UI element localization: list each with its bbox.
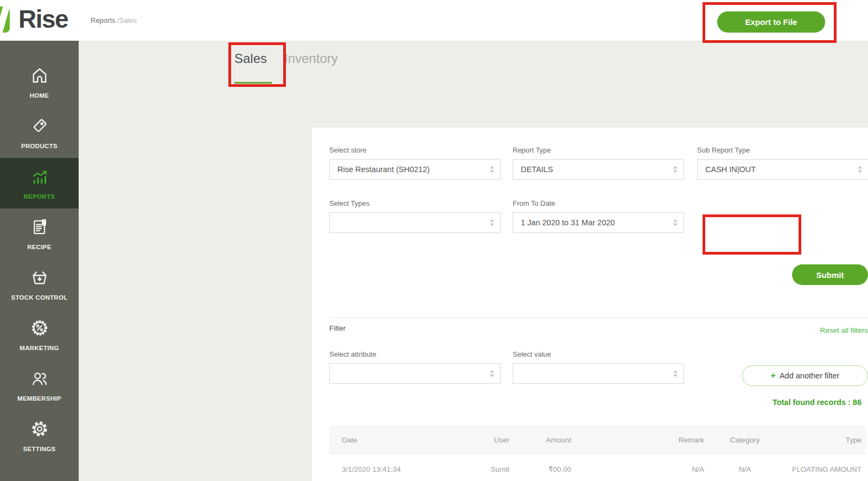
cell-amount: ₹00.00 xyxy=(509,465,571,473)
top-bar: Rise Reports /Sales Export to File xyxy=(0,0,868,41)
main-content: Sales Inventory Select store Rise Restau… xyxy=(79,41,868,481)
select-attribute-dropdown[interactable] xyxy=(329,363,501,384)
sidebar-item-label: PRODUCTS xyxy=(21,143,58,149)
select-types-label: Select Types xyxy=(329,199,501,207)
from-to-date-label: From To Date xyxy=(513,199,684,207)
sidebar-item-label: STOCK CONTROL xyxy=(11,294,68,301)
sidebar-item-label: HOME xyxy=(30,92,49,99)
tag-icon xyxy=(30,116,49,138)
sidebar-item-products[interactable]: PRODUCTS xyxy=(0,107,79,158)
column-header-amount: Amount xyxy=(509,436,571,444)
reset-all-filters-link[interactable]: Reset all filters xyxy=(820,326,868,334)
people-icon xyxy=(30,369,49,390)
select-value-label: Select value xyxy=(513,350,684,358)
section-divider xyxy=(329,318,868,318)
report-type-dropdown[interactable]: DETAILS xyxy=(513,159,684,180)
tab-sales[interactable]: Sales xyxy=(234,51,267,66)
add-another-filter-label: Add another filter xyxy=(780,371,839,380)
sidebar-nav: HOME PRODUCTS REPORTS RECIPE xyxy=(0,41,79,481)
from-to-date-dropdown[interactable]: 1 Jan 2020 to 31 Mar 2020 xyxy=(513,212,684,233)
table-row: 3/1/2020 13:41:34 Sumit ₹00.00 N/A N/A F… xyxy=(329,454,866,481)
active-tab-underline xyxy=(234,82,272,84)
column-header-date: Date xyxy=(329,436,475,444)
report-type-field: Report Type DETAILS xyxy=(513,146,684,180)
cell-remark: N/A xyxy=(571,465,704,473)
table-header-row: Date User Amount Remark Category Type xyxy=(329,426,866,454)
select-types-dropdown[interactable] xyxy=(329,212,501,233)
sidebar-item-recipe[interactable]: RECIPE xyxy=(0,208,79,259)
cell-type: FLOATING AMOUNT xyxy=(786,465,866,473)
add-another-filter-button[interactable]: + Add another filter xyxy=(742,365,868,386)
filter-section-title: Filter xyxy=(329,324,346,332)
total-records-count: Total found records : 86 xyxy=(773,398,861,407)
plus-icon: + xyxy=(771,371,776,381)
dropdown-arrows-icon xyxy=(490,166,494,173)
submit-button[interactable]: Submit xyxy=(792,264,868,285)
dropdown-arrows-icon xyxy=(673,370,678,377)
sidebar-item-label: MEMBERSHIP xyxy=(17,395,61,402)
dropdown-arrows-icon xyxy=(858,166,862,173)
select-store-label: Select store xyxy=(329,146,501,154)
dropdown-arrows-icon xyxy=(490,219,494,226)
rise-logo-mark-icon xyxy=(0,7,10,33)
column-header-remark: Remark xyxy=(571,436,704,444)
column-header-user: User xyxy=(475,436,509,444)
sidebar-item-label: REPORTS xyxy=(24,193,55,200)
report-panel: Select store Rise Restaurant (SH0212) Re… xyxy=(312,128,868,481)
export-to-file-button[interactable]: Export to File xyxy=(717,11,825,33)
dropdown-arrows-icon xyxy=(673,166,678,173)
sidebar-item-marketing[interactable]: MARKETING xyxy=(0,309,79,360)
select-value-field: Select value xyxy=(513,350,684,384)
sub-report-type-dropdown[interactable]: CASH IN|OUT xyxy=(697,159,868,180)
column-header-type: Type xyxy=(786,436,866,444)
from-to-date-value: 1 Jan 2020 to 31 Mar 2020 xyxy=(521,218,615,227)
select-value-dropdown[interactable] xyxy=(513,363,684,384)
sidebar-item-home[interactable]: HOME xyxy=(0,57,79,107)
sidebar-item-stock-control[interactable]: STOCK CONTROL xyxy=(0,259,79,309)
sidebar-item-label: RECIPE xyxy=(27,244,52,250)
results-table: Date User Amount Remark Category Type 3/… xyxy=(329,426,866,481)
home-icon xyxy=(30,66,49,87)
gear-icon xyxy=(30,419,49,441)
breadcrumb-current-page: Sales xyxy=(119,16,137,24)
select-attribute-label: Select attribute xyxy=(329,350,501,358)
sidebar-item-membership[interactable]: MEMBERSHIP xyxy=(0,360,79,410)
tab-inventory[interactable]: Inventory xyxy=(284,51,338,66)
dropdown-arrows-icon xyxy=(673,219,678,226)
sub-report-type-value: CASH IN|OUT xyxy=(705,165,756,174)
sidebar-item-label: SETTINGS xyxy=(23,446,56,452)
select-store-dropdown[interactable]: Rise Restaurant (SH0212) xyxy=(329,159,501,180)
from-to-date-field: From To Date 1 Jan 2020 to 31 Mar 2020 xyxy=(513,199,684,233)
breadcrumb: Reports /Sales xyxy=(91,16,137,24)
report-type-value: DETAILS xyxy=(521,165,553,174)
recipe-document-icon xyxy=(30,217,49,239)
cell-date: 3/1/2020 13:41:34 xyxy=(329,465,475,473)
sub-report-type-label: Sub Report Type xyxy=(697,146,868,154)
rise-logo-text: Rise xyxy=(18,4,68,34)
rise-logo[interactable]: Rise xyxy=(0,0,87,41)
cell-user: Sumit xyxy=(475,465,509,473)
select-store-field: Select store Rise Restaurant (SH0212) xyxy=(329,146,501,180)
sidebar-item-settings[interactable]: SETTINGS xyxy=(0,410,79,461)
select-attribute-field: Select attribute xyxy=(329,350,501,384)
select-store-value: Rise Restaurant (SH0212) xyxy=(337,165,430,174)
sidebar-item-reports[interactable]: REPORTS xyxy=(0,158,79,208)
basket-icon xyxy=(30,268,49,289)
bar-chart-icon xyxy=(30,167,49,188)
cell-category: N/A xyxy=(704,465,786,473)
breadcrumb-reports-link[interactable]: Reports xyxy=(91,16,116,24)
sidebar-item-label: MARKETING xyxy=(20,345,59,351)
select-types-field: Select Types xyxy=(329,199,501,233)
column-header-category: Category xyxy=(704,436,786,444)
dropdown-arrows-icon xyxy=(490,370,494,377)
sub-report-type-field: Sub Report Type CASH IN|OUT xyxy=(697,146,868,180)
report-type-label: Report Type xyxy=(513,146,684,154)
discount-badge-icon xyxy=(30,318,49,340)
